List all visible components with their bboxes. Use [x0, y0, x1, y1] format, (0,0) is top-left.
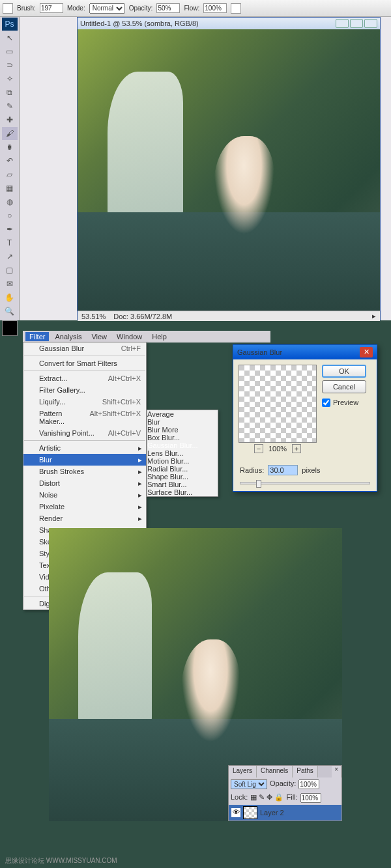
- radius-input[interactable]: [268, 465, 298, 475]
- preview-thumbnail[interactable]: [239, 365, 317, 443]
- minimize-button[interactable]: [336, 19, 349, 28]
- menu-item[interactable]: Gaussian BlurCtrl+F: [23, 343, 146, 354]
- stamp-tool[interactable]: ⧯: [2, 141, 18, 154]
- menu-window[interactable]: Window: [113, 332, 146, 341]
- zoom-readout[interactable]: 53.51%: [81, 313, 106, 320]
- opacity-input[interactable]: [156, 3, 180, 13]
- ps-icon[interactable]: Ps: [2, 18, 18, 31]
- type-tool[interactable]: T: [2, 236, 18, 249]
- menu-item[interactable]: Liquify...Shift+Ctrl+X: [23, 396, 146, 408]
- shape-tool[interactable]: ▢: [2, 264, 18, 277]
- menu-artistic[interactable]: Artistic▸: [23, 442, 146, 454]
- zoom-tool[interactable]: 🔍: [2, 305, 18, 318]
- tab-layers[interactable]: Layers: [229, 766, 257, 777]
- opacity-label: Opacity:: [270, 779, 296, 789]
- blend-mode-select[interactable]: Normal: [89, 3, 125, 14]
- notes-tool[interactable]: ✉: [2, 277, 18, 290]
- menu-item[interactable]: Convert for Smart Filters: [23, 357, 146, 369]
- gaussian-blur-dialog: Gaussian Blur ✕ − 100% + OK Cancel Previ…: [233, 344, 377, 492]
- cancel-button[interactable]: Cancel: [322, 380, 366, 393]
- submenu-item[interactable]: Blur: [147, 418, 218, 426]
- preview-checkbox[interactable]: Preview: [322, 399, 366, 407]
- eyedropper-tool[interactable]: ✎: [2, 100, 18, 113]
- layer-name: Layer 2: [260, 809, 284, 817]
- submenu-item[interactable]: Average: [147, 410, 218, 418]
- layer-fill-input[interactable]: [300, 793, 321, 803]
- tab-paths[interactable]: Paths: [293, 766, 318, 777]
- layer-row[interactable]: 👁 Layer 2: [229, 805, 341, 820]
- brush-icon[interactable]: [3, 3, 13, 14]
- layer-opacity-input[interactable]: [298, 779, 319, 789]
- radius-unit: pixels: [302, 466, 320, 474]
- menu-analysis[interactable]: Analysis: [51, 332, 85, 341]
- zoom-in-button[interactable]: +: [292, 444, 301, 453]
- path-tool[interactable]: ↗: [2, 250, 18, 263]
- marquee-tool[interactable]: ▭: [2, 45, 18, 58]
- submenu-item[interactable]: Motion Blur...: [147, 457, 218, 465]
- maximize-button[interactable]: [350, 19, 363, 28]
- submenu-item[interactable]: Surface Blur...: [147, 488, 218, 496]
- canvas[interactable]: [78, 29, 380, 311]
- submenu-item[interactable]: Box Blur...: [147, 434, 218, 441]
- document-titlebar: Untitled-1 @ 53.5% (sombra, RGB/8): [78, 18, 380, 29]
- tab-channels[interactable]: Channels: [257, 766, 293, 777]
- menu-noise[interactable]: Noise▸: [23, 489, 146, 501]
- menu-render[interactable]: Render▸: [23, 512, 146, 524]
- submenu-item[interactable]: Smart Blur...: [147, 481, 218, 488]
- menu-distort[interactable]: Distort▸: [23, 477, 146, 489]
- menu-item[interactable]: Extract...Alt+Ctrl+X: [23, 372, 146, 384]
- wand-tool[interactable]: ✧: [2, 72, 18, 85]
- gradient-tool[interactable]: ▦: [2, 182, 18, 195]
- dialog-titlebar: Gaussian Blur ✕: [233, 345, 377, 359]
- close-button[interactable]: [364, 19, 377, 28]
- dialog-close-button[interactable]: ✕: [360, 347, 373, 357]
- panel-close-icon[interactable]: ×: [332, 766, 341, 777]
- brush-tool[interactable]: 🖌: [2, 127, 18, 140]
- mode-label: Mode:: [67, 5, 85, 12]
- submenu-gaussian-blur[interactable]: Gaussian Blur...: [147, 441, 218, 449]
- waterfall-art: [108, 72, 183, 227]
- submenu-item[interactable]: Lens Blur...: [147, 449, 218, 457]
- menu-help[interactable]: Help: [148, 332, 171, 341]
- lasso-tool[interactable]: ⊃: [2, 59, 18, 72]
- lock-icons[interactable]: ▦ ✎ ✥ 🔒: [250, 793, 283, 803]
- slider-handle[interactable]: [256, 480, 261, 488]
- submenu-item[interactable]: Shape Blur...: [147, 473, 218, 481]
- menu-brush-strokes[interactable]: Brush Strokes▸: [23, 466, 146, 477]
- ok-button[interactable]: OK: [322, 365, 366, 378]
- opacity-label: Opacity:: [129, 5, 153, 12]
- eraser-tool[interactable]: ▱: [2, 168, 18, 181]
- submenu-item[interactable]: Blur More: [147, 426, 218, 434]
- crop-tool[interactable]: ⧉: [2, 86, 18, 99]
- heal-tool[interactable]: ✚: [2, 113, 18, 126]
- color-swatch[interactable]: [2, 320, 18, 336]
- menu-item[interactable]: Vanishing Point...Alt+Ctrl+V: [23, 427, 146, 439]
- dodge-tool[interactable]: ○: [2, 209, 18, 222]
- brush-size-input[interactable]: [40, 3, 63, 13]
- waterfall-art: [78, 572, 152, 734]
- blend-mode-select[interactable]: Soft Light: [231, 779, 267, 789]
- submenu-item[interactable]: Radial Blur...: [147, 465, 218, 473]
- layer-thumbnail[interactable]: [243, 806, 257, 819]
- pen-tool[interactable]: ✒: [2, 223, 18, 236]
- watermark-bottom: 思缘设计论坛 WWW.MISSYUAN.COM: [5, 856, 117, 865]
- history-brush[interactable]: ↶: [2, 154, 18, 167]
- menu-pixelate[interactable]: Pixelate▸: [23, 501, 146, 512]
- menu-item[interactable]: Filter Gallery...: [23, 384, 146, 396]
- blur-submenu: Average Blur Blur More Box Blur... Gauss…: [147, 410, 218, 497]
- flow-input[interactable]: [203, 3, 227, 13]
- menu-view[interactable]: View: [87, 332, 111, 341]
- menu-item[interactable]: Pattern Maker...Alt+Shift+Ctrl+X: [23, 408, 146, 427]
- blur-tool[interactable]: ◍: [2, 195, 18, 208]
- airbrush-icon[interactable]: [231, 3, 241, 14]
- visibility-icon[interactable]: 👁: [231, 808, 240, 817]
- photoshop-window: Brush: Mode: Normal Opacity: Flow: Ps ↖ …: [0, 0, 391, 320]
- toolbox: Ps ↖ ▭ ⊃ ✧ ⧉ ✎ ✚ 🖌 ⧯ ↶ ▱ ▦ ◍ ○ ✒ T ↗ ▢ ✉…: [0, 17, 20, 320]
- menu-filter[interactable]: Filter: [25, 332, 49, 341]
- menu-blur[interactable]: Blur▸: [23, 454, 146, 466]
- move-tool[interactable]: ↖: [2, 31, 18, 44]
- hand-tool[interactable]: ✋: [2, 291, 18, 304]
- scroll-arrow-icon[interactable]: ▸: [372, 312, 376, 320]
- zoom-out-button[interactable]: −: [254, 444, 263, 453]
- radius-slider[interactable]: [240, 482, 370, 484]
